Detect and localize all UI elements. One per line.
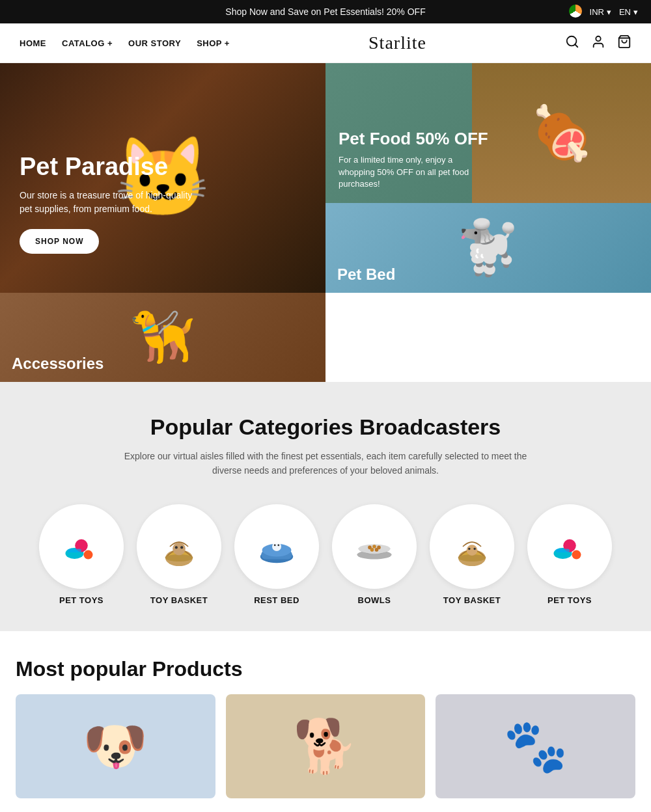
hero-food-title: Pet Food 50% OFF [339, 129, 488, 149]
search-icon[interactable] [565, 34, 579, 52]
currency-chevron-icon: ▾ [607, 7, 611, 17]
svg-point-28 [467, 545, 478, 556]
product-card-3[interactable]: 🐾 [436, 694, 635, 798]
product-image-2: 🐕 [293, 716, 358, 777]
hero-accessories-label: Accessories [12, 355, 104, 373]
popular-products-section: Most popular Products 🐶 🐕 🐾 [0, 631, 651, 811]
product-grid: 🐶 🐕 🐾 [16, 694, 635, 798]
category-item-toy-basket-1[interactable]: TOY BASKET [137, 504, 221, 605]
hero-title: Pet Paradise [20, 154, 202, 181]
hero-subtitle: Our store is a treasure trove of high-qu… [20, 189, 202, 216]
popular-title: Most popular Products [16, 657, 635, 681]
svg-point-29 [468, 548, 471, 550]
category-circle-pet-toys-1 [39, 504, 124, 589]
language-label: EN [619, 7, 631, 17]
svg-point-18 [277, 544, 279, 546]
hero-cta-button[interactable]: SHOP NOW [20, 229, 99, 254]
category-circle-rest-bed [234, 504, 319, 589]
svg-rect-7 [68, 548, 81, 552]
category-item-pet-toys-1[interactable]: PET TOYS [39, 504, 124, 605]
category-label-toy-basket-2: TOY BASKET [443, 595, 501, 605]
hero-main: 🐱 Pet Paradise Our store is a treasure t… [0, 63, 326, 293]
hero-petbed: 🐩 Pet Bed [326, 203, 651, 292]
hero-main-overlay: Pet Paradise Our store is a treasure tro… [20, 154, 202, 254]
hero-food-promo: 🍖 Pet Food 50% OFF For a limited time on… [326, 63, 651, 203]
svg-point-2 [596, 36, 600, 40]
svg-point-22 [372, 545, 376, 548]
currency-label: INR [590, 7, 604, 17]
svg-point-9 [165, 554, 193, 562]
svg-point-11 [175, 546, 178, 548]
language-selector[interactable]: EN ▾ [619, 7, 638, 17]
categories-section: Popular Categories Broadcasters Explore … [0, 382, 651, 631]
category-item-toy-basket-2[interactable]: TOY BASKET [430, 504, 514, 605]
svg-point-17 [274, 544, 276, 546]
navbar: HOME CATALOG + OUR STORY SHOP + Starlite [0, 23, 651, 63]
nav-our-story[interactable]: OUR STORY [128, 38, 181, 48]
category-grid: PET TOYS TOY BASKET [13, 504, 638, 605]
nav-shop[interactable]: SHOP + [197, 38, 230, 48]
category-label-pet-toys-2: PET TOYS [547, 595, 592, 605]
svg-point-12 [180, 546, 183, 548]
category-item-bowls[interactable]: BOWLS [332, 504, 417, 605]
categories-subtitle: Explore our virtual aisles filled with t… [124, 449, 527, 478]
language-chevron-icon: ▾ [633, 7, 638, 17]
category-item-rest-bed[interactable]: REST BED [234, 504, 319, 605]
top-banner: Shop Now and Save on Pet Essentials! 20%… [0, 0, 651, 23]
svg-point-33 [572, 550, 581, 559]
product-image-3: 🐾 [503, 716, 568, 777]
brand-logo: Starlite [368, 33, 426, 53]
svg-point-25 [375, 548, 379, 552]
hero-petbed-label: Pet Bed [337, 265, 395, 284]
product-image-1: 🐶 [83, 716, 148, 777]
category-circle-bowls [332, 504, 417, 589]
category-circle-toy-basket-1 [137, 504, 221, 589]
category-label-pet-toys-1: PET TOYS [59, 595, 104, 605]
hero-section: 🐱 Pet Paradise Our store is a treasure t… [0, 63, 651, 382]
cart-icon[interactable] [617, 34, 631, 52]
nav-catalog[interactable]: CATALOG + [62, 38, 113, 48]
hero-food-text: Pet Food 50% OFF For a limited time only… [339, 129, 488, 190]
svg-point-30 [473, 548, 476, 550]
category-item-pet-toys-2[interactable]: PET TOYS [527, 504, 612, 605]
nav-home[interactable]: HOME [20, 38, 46, 48]
category-label-bowls: BOWLS [358, 595, 391, 605]
category-circle-pet-toys-2 [527, 504, 612, 589]
hero-food-subtitle: For a limited time only, enjoy a whoppin… [339, 154, 488, 190]
product-card-2[interactable]: 🐕 [226, 694, 426, 798]
svg-point-16 [272, 542, 281, 551]
hero-accessories: 🦮 Accessories [0, 293, 326, 382]
svg-point-6 [84, 550, 93, 559]
svg-line-1 [575, 44, 577, 47]
category-label-toy-basket-1: TOY BASKET [150, 595, 208, 605]
nav-links: HOME CATALOG + OUR STORY SHOP + [20, 38, 230, 48]
currency-selector[interactable]: INR ▾ [590, 7, 611, 17]
categories-title: Popular Categories Broadcasters [13, 414, 638, 440]
flag-icon [569, 5, 582, 20]
account-icon[interactable] [591, 34, 605, 52]
svg-point-24 [370, 548, 374, 552]
banner-text: Shop Now and Save on Pet Essentials! 20%… [225, 7, 425, 17]
product-card-1[interactable]: 🐶 [16, 694, 215, 798]
nav-icons [565, 34, 631, 52]
svg-rect-34 [556, 548, 570, 552]
svg-point-10 [173, 542, 186, 555]
category-circle-toy-basket-2 [430, 504, 514, 589]
category-label-rest-bed: REST BED [254, 595, 299, 605]
